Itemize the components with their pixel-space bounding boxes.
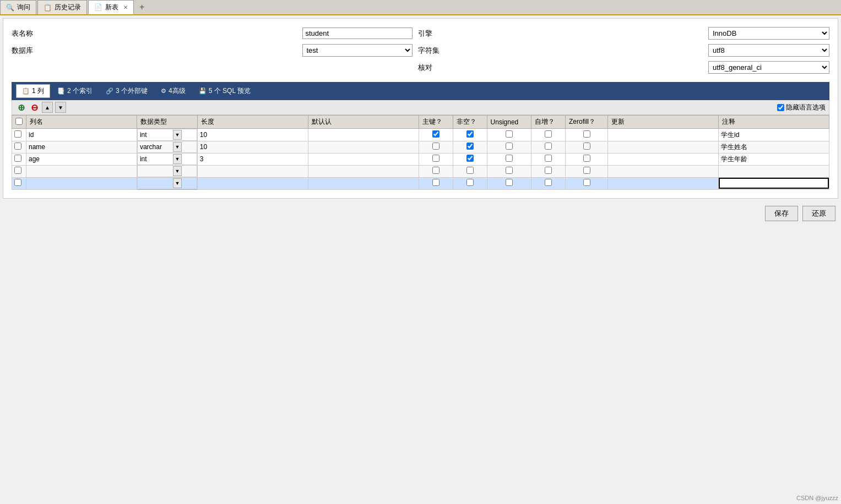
col-update-input[interactable]	[610, 143, 716, 151]
col-type-input[interactable]	[140, 131, 173, 139]
col-length-input[interactable]	[200, 131, 306, 139]
col-comment-cell[interactable]	[718, 177, 829, 190]
col-unsigned-checkbox[interactable]	[506, 143, 513, 150]
col-unsigned-checkbox[interactable]	[506, 167, 513, 174]
col-update-input[interactable]	[610, 179, 716, 187]
tab-new-table[interactable]: 📄 新表 ✕	[88, 0, 134, 14]
col-unsigned-checkbox[interactable]	[506, 155, 513, 162]
col-comment-cell[interactable]	[718, 141, 829, 153]
col-default-input[interactable]	[311, 155, 416, 163]
col-default-cell[interactable]	[308, 141, 419, 153]
col-update-cell[interactable]	[608, 153, 719, 165]
col-default-cell[interactable]	[308, 153, 419, 165]
row-checkbox[interactable]	[14, 179, 21, 186]
col-autoinc-checkbox[interactable]	[545, 155, 552, 162]
add-row-button[interactable]: ⊕	[15, 102, 26, 113]
col-pk-checkbox[interactable]	[432, 155, 440, 162]
col-name-input[interactable]	[29, 143, 134, 151]
remove-row-button[interactable]: ⊖	[29, 102, 40, 113]
toolbar-tab-advanced[interactable]: ⚙ 4高级	[155, 84, 192, 98]
col-name-cell[interactable]	[26, 177, 137, 190]
move-down-button[interactable]: ▼	[55, 102, 66, 113]
col-update-input[interactable]	[610, 167, 716, 175]
col-name-cell[interactable]	[26, 165, 137, 177]
col-pk-checkbox[interactable]	[432, 130, 440, 138]
col-comment-cell[interactable]	[718, 165, 829, 177]
col-type-input[interactable]	[140, 155, 173, 163]
col-length-cell[interactable]	[197, 177, 308, 190]
charset-select[interactable]: utf8 utf8mb4	[708, 44, 829, 57]
col-unsigned-checkbox[interactable]	[506, 179, 513, 186]
col-update-input[interactable]	[610, 131, 716, 139]
col-update-cell[interactable]	[608, 165, 719, 177]
type-dropdown-button[interactable]: ▼	[173, 178, 182, 188]
col-type-input[interactable]	[140, 143, 173, 151]
col-update-cell[interactable]	[608, 177, 719, 190]
add-tab-button[interactable]: +	[135, 0, 149, 14]
col-type-input[interactable]	[140, 179, 173, 187]
hide-lang-checkbox[interactable]	[777, 104, 784, 111]
col-pk-checkbox[interactable]	[432, 179, 440, 186]
type-dropdown-button[interactable]: ▼	[173, 130, 182, 140]
col-type-input[interactable]	[140, 167, 173, 175]
col-zerofill-checkbox[interactable]	[583, 155, 590, 162]
col-length-input[interactable]	[200, 179, 306, 187]
col-name-input[interactable]	[29, 155, 134, 163]
col-pk-checkbox[interactable]	[432, 167, 440, 174]
col-length-input[interactable]	[200, 167, 306, 175]
db-select[interactable]: test	[302, 44, 413, 57]
col-length-cell[interactable]	[197, 153, 308, 165]
col-name-cell[interactable]	[26, 129, 137, 141]
save-button[interactable]: 保存	[765, 206, 798, 221]
col-autoinc-checkbox[interactable]	[545, 143, 552, 150]
row-checkbox[interactable]	[14, 167, 21, 174]
col-zerofill-checkbox[interactable]	[583, 130, 590, 138]
type-dropdown-button[interactable]: ▼	[173, 166, 182, 176]
col-notnull-checkbox[interactable]	[466, 179, 474, 186]
col-update-cell[interactable]	[608, 129, 719, 141]
col-default-input[interactable]	[311, 167, 416, 175]
toolbar-tab-foreign-keys[interactable]: 🔗 3 个外部键	[100, 84, 154, 98]
col-default-input[interactable]	[311, 131, 416, 139]
col-comment-cell[interactable]	[718, 153, 829, 165]
type-dropdown-button[interactable]: ▼	[173, 142, 182, 152]
collation-select[interactable]: utf8_general_ci utf8_unicode_ci	[708, 61, 829, 74]
col-default-input[interactable]	[311, 143, 416, 151]
col-comment-input[interactable]	[721, 155, 827, 163]
col-autoinc-checkbox[interactable]	[545, 179, 552, 186]
col-name-input[interactable]	[29, 179, 134, 187]
col-length-input[interactable]	[200, 155, 306, 163]
toolbar-tab-sql-preview[interactable]: 💾 5 个 SQL 预览	[193, 84, 257, 98]
col-default-cell[interactable]	[308, 129, 419, 141]
engine-select[interactable]: InnoDB MyISAM MEMORY	[708, 27, 829, 40]
col-notnull-checkbox[interactable]	[466, 130, 474, 138]
cancel-button[interactable]: 还原	[802, 206, 835, 221]
tab-query[interactable]: 🔍 询问	[0, 0, 36, 14]
col-comment-input[interactable]	[721, 143, 827, 151]
col-zerofill-checkbox[interactable]	[583, 143, 590, 150]
col-length-cell[interactable]	[197, 141, 308, 153]
col-name-cell[interactable]	[26, 153, 137, 165]
col-unsigned-checkbox[interactable]	[506, 130, 513, 138]
row-checkbox[interactable]	[14, 130, 21, 138]
col-comment-input[interactable]	[721, 131, 827, 139]
tab-close-button[interactable]: ✕	[123, 4, 128, 10]
toolbar-tab-columns[interactable]: 📋 1 列	[16, 84, 50, 98]
move-up-button[interactable]: ▲	[42, 102, 53, 113]
table-name-input[interactable]	[302, 28, 413, 39]
col-comment-input[interactable]	[721, 167, 827, 175]
col-name-input[interactable]	[29, 131, 134, 139]
col-zerofill-checkbox[interactable]	[583, 167, 590, 174]
col-notnull-checkbox[interactable]	[466, 167, 474, 174]
col-pk-checkbox[interactable]	[432, 143, 440, 150]
col-name-input[interactable]	[29, 167, 134, 175]
col-autoinc-checkbox[interactable]	[545, 167, 552, 174]
col-notnull-checkbox[interactable]	[466, 155, 474, 162]
tab-history[interactable]: 📋 历史记录	[37, 0, 87, 14]
col-default-input[interactable]	[311, 179, 416, 187]
col-default-cell[interactable]	[308, 165, 419, 177]
col-comment-input[interactable]	[719, 178, 829, 189]
col-update-input[interactable]	[610, 155, 716, 163]
col-comment-cell[interactable]	[718, 129, 829, 141]
col-update-cell[interactable]	[608, 141, 719, 153]
